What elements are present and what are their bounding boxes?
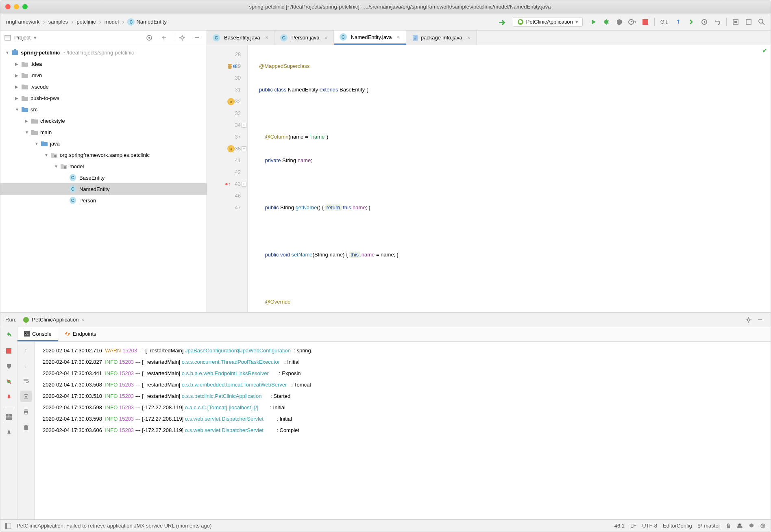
code-content[interactable]: @MappedSuperclass public class NamedEnti… — [248, 45, 771, 312]
build-button[interactable] — [497, 16, 508, 28]
close-window-button[interactable] — [5, 4, 11, 9]
search-button[interactable] — [756, 16, 767, 28]
tree-caret[interactable]: ▼ — [35, 141, 40, 146]
gutter-line[interactable]: a+38 — [207, 143, 247, 154]
gutter-line[interactable]: 37 — [207, 131, 247, 143]
gutter-line[interactable]: 42 — [207, 166, 247, 178]
git-commit-button[interactable] — [686, 16, 697, 28]
editor-tab[interactable]: CBaseEntity.java× — [207, 30, 274, 45]
memory-indicator[interactable] — [749, 523, 754, 529]
git-branch[interactable]: master — [698, 523, 720, 529]
gutter-line[interactable]: +34 — [207, 119, 247, 131]
gutter-line[interactable]: 33 — [207, 107, 247, 119]
chevron-down-icon[interactable]: ▾ — [34, 35, 37, 41]
pin-button[interactable] — [3, 427, 15, 438]
code-editor[interactable]: ✔ 28293031a3233+3437a+384142●↑+434647 @M… — [207, 45, 771, 312]
status-message[interactable]: PetClinicApplication: Failed to retrieve… — [17, 523, 211, 529]
hide-button[interactable] — [754, 314, 766, 326]
gutter-line[interactable]: a32 — [207, 96, 247, 107]
tree-caret[interactable]: ▼ — [15, 107, 21, 112]
run-configuration-selector[interactable]: PetClinicApplication ▾ — [513, 17, 583, 27]
down-button[interactable]: ↓ — [20, 360, 32, 371]
db-icon[interactable] — [227, 63, 237, 69]
clear-button[interactable] — [20, 421, 32, 433]
close-icon[interactable]: × — [265, 35, 268, 41]
fold-icon[interactable]: + — [242, 146, 246, 151]
endpoints-tab[interactable]: Endpoints — [58, 327, 103, 341]
tree-caret[interactable]: ▶ — [25, 119, 30, 123]
editor-tab[interactable]: CPerson.java× — [274, 30, 334, 45]
coverage-button[interactable] — [614, 16, 625, 28]
hide-button[interactable] — [191, 32, 203, 43]
console-output[interactable]: 2020-02-04 17:30:02.716 WARN 15203 --- [… — [35, 342, 771, 519]
editor-tab[interactable]: CNamedEntity.java× — [334, 30, 406, 45]
tree-row[interactable]: ▼org.springframework.samples.petclinic — [0, 149, 207, 161]
gutter-line[interactable]: 31 — [207, 84, 247, 96]
line-separator[interactable]: LF — [630, 523, 636, 529]
inspector-icon[interactable] — [736, 523, 743, 529]
tree-caret[interactable]: ▶ — [15, 73, 21, 78]
events-icon[interactable] — [760, 523, 766, 529]
select-opened-file-button[interactable] — [144, 32, 155, 43]
editor-config[interactable]: EditorConfig — [663, 523, 692, 529]
tree-row[interactable]: ▼main — [0, 126, 207, 138]
project-panel-title[interactable]: Project — [14, 35, 30, 41]
tree-row[interactable]: ▼model — [0, 161, 207, 172]
gutter-line[interactable]: 29 — [207, 60, 247, 72]
run-button[interactable] — [588, 16, 599, 28]
git-update-button[interactable] — [673, 16, 684, 28]
debug-button[interactable] — [601, 16, 612, 28]
accessor-icon[interactable]: a — [227, 98, 235, 105]
soft-wrap-button[interactable] — [20, 375, 32, 387]
settings-button[interactable] — [176, 32, 188, 43]
scroll-to-end-button[interactable] — [20, 391, 32, 402]
tree-caret[interactable]: ▼ — [25, 130, 30, 135]
tree-row[interactable]: ▶.vscode — [0, 81, 207, 92]
search-everywhere-button[interactable] — [730, 16, 741, 28]
expand-all-button[interactable] — [158, 32, 170, 43]
breadcrumb-item[interactable]: ringframework — [4, 18, 42, 26]
minimize-window-button[interactable] — [14, 4, 19, 9]
project-tree[interactable]: ▼ spring-petclinic ~/IdeaProjects/spring… — [0, 45, 207, 312]
close-icon[interactable]: × — [397, 34, 400, 40]
zoom-window-button[interactable] — [22, 4, 28, 9]
console-tab[interactable]: Console — [17, 327, 58, 341]
file-encoding[interactable]: UTF-8 — [642, 523, 657, 529]
gutter-line[interactable]: 30 — [207, 72, 247, 84]
close-icon[interactable]: × — [324, 35, 327, 41]
run-config-name[interactable]: PetClinicApplication — [32, 317, 78, 323]
override-icon[interactable]: ●↑ — [225, 181, 231, 187]
rerun-button[interactable] — [3, 330, 15, 341]
tree-row[interactable]: ▼src — [0, 104, 207, 115]
breadcrumb-item-class[interactable]: CNamedEntity — [125, 17, 169, 26]
layout-button[interactable] — [3, 411, 15, 423]
dump-threads-button[interactable] — [3, 360, 15, 372]
fold-icon[interactable]: + — [242, 123, 246, 128]
tree-caret[interactable]: ▶ — [15, 85, 21, 89]
tree-caret[interactable]: ▶ — [15, 96, 21, 100]
fold-icon[interactable]: + — [242, 182, 246, 187]
git-revert-button[interactable] — [712, 16, 723, 28]
tree-row[interactable]: ▶push-to-pws — [0, 92, 207, 104]
print-button[interactable] — [20, 406, 32, 417]
accessor-icon[interactable]: a — [227, 145, 235, 152]
git-history-button[interactable] — [699, 16, 710, 28]
tree-caret[interactable]: ▼ — [54, 164, 60, 169]
gutter-line[interactable]: 46 — [207, 190, 247, 202]
tree-caret[interactable]: ▼ — [5, 50, 11, 55]
gutter-line[interactable]: 47 — [207, 202, 247, 213]
tree-row[interactable]: CNamedEntity — [0, 183, 207, 195]
tree-row[interactable]: ▼java — [0, 138, 207, 149]
stop-button[interactable] — [3, 345, 15, 356]
tree-row[interactable]: ▶.mvn — [0, 69, 207, 81]
close-icon[interactable]: × — [467, 35, 470, 41]
tree-root[interactable]: ▼ spring-petclinic ~/IdeaProjects/spring… — [0, 47, 207, 58]
breadcrumb-item[interactable]: model — [102, 18, 121, 26]
tree-row[interactable]: CPerson — [0, 195, 207, 206]
editor-tab[interactable]: Jpackage-info.java× — [406, 30, 477, 45]
tool-windows-button[interactable] — [5, 523, 11, 529]
tree-caret[interactable]: ▼ — [44, 153, 50, 157]
gutter-line[interactable]: ●↑+43 — [207, 178, 247, 190]
breadcrumb-item[interactable]: samples — [46, 18, 70, 26]
inspection-ok-icon[interactable]: ✔ — [762, 47, 767, 54]
